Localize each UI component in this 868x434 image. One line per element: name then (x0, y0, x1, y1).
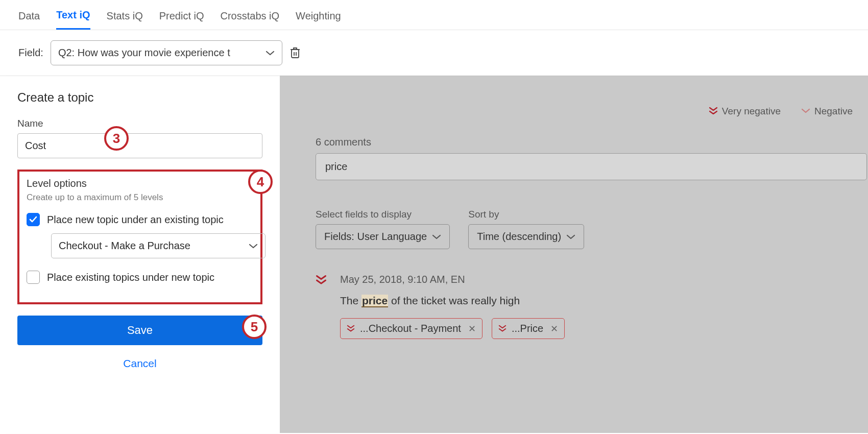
cancel-button[interactable]: Cancel (17, 357, 262, 370)
option1-label: Place new topic under an existing topic (47, 214, 224, 226)
field-select-value: Q2: How was your movie experience t (58, 47, 230, 59)
legend-very-negative: Very negative (709, 106, 781, 117)
double-chevron-down-icon (316, 275, 327, 286)
sentiment-legend: Very negative Negative (709, 106, 853, 117)
double-chevron-down-icon (709, 107, 718, 116)
checkbox-checked-icon[interactable] (27, 213, 40, 226)
sort-select[interactable]: Time (descending) (468, 224, 584, 249)
tab-predict-iq[interactable]: Predict iQ (159, 10, 204, 29)
sort-label: Sort by (468, 209, 584, 220)
legend-negative: Negative (801, 106, 853, 117)
svg-rect-0 (292, 50, 299, 58)
name-label: Name (17, 118, 262, 129)
callout-5: 5 (242, 315, 267, 339)
double-chevron-down-icon (347, 325, 355, 333)
parent-topic-select[interactable]: Checkout - Make a Purchase (51, 233, 266, 258)
close-icon[interactable]: ✕ (468, 323, 476, 334)
top-tabs: Data Text iQ Stats iQ Predict iQ Crossta… (0, 0, 868, 30)
comment-text: The price of the ticket was really high (340, 295, 565, 307)
save-button[interactable]: Save (17, 316, 262, 345)
panel-title: Create a topic (17, 90, 262, 105)
callout-3: 3 (104, 126, 129, 151)
comments-count: 6 comments (316, 136, 868, 148)
tab-crosstabs-iq[interactable]: Crosstabs iQ (221, 10, 280, 29)
tag-chip[interactable]: ...Checkout - Payment ✕ (340, 318, 483, 339)
fields-filter-label: Select fields to display (316, 209, 450, 220)
chevron-down-icon (432, 234, 441, 240)
field-label: Field: (18, 47, 43, 59)
tag-label: ...Price (512, 323, 543, 334)
sort-value: Time (descending) (477, 231, 561, 243)
name-input[interactable] (17, 133, 262, 158)
tag-chip[interactable]: ...Price ✕ (492, 318, 565, 339)
chevron-down-icon (266, 50, 275, 56)
field-select[interactable]: Q2: How was your movie experience t (51, 40, 282, 65)
tab-text-iq[interactable]: Text iQ (56, 9, 90, 30)
callout-4: 4 (248, 170, 273, 194)
level-options-box: 4 Level options Create up to a maximum o… (17, 170, 262, 304)
checkbox-unchecked-icon[interactable] (27, 271, 40, 284)
chevron-down-icon (249, 243, 258, 249)
field-row: Field: Q2: How was your movie experience… (0, 30, 868, 76)
comments-panel: Very negative Negative 6 comments Select… (280, 76, 868, 433)
fields-filter-value: Fields: User Language (324, 231, 427, 243)
option-place-under-existing[interactable]: Place new topic under an existing topic (27, 213, 253, 226)
fields-filter-select[interactable]: Fields: User Language (316, 224, 450, 249)
create-topic-panel: Create a topic Name 3 4 Level options Cr… (0, 76, 280, 433)
chevron-down-icon (566, 234, 575, 240)
level-options-heading: Level options (27, 178, 253, 189)
search-input[interactable] (316, 153, 867, 180)
chevron-down-icon (801, 108, 810, 115)
option2-label: Place existing topics under new topic (47, 272, 214, 283)
comment-meta: May 25, 2018, 9:10 AM, EN (340, 274, 565, 285)
tab-data[interactable]: Data (18, 10, 40, 29)
level-options-sub: Create up to a maximum of 5 levels (27, 192, 253, 203)
comment-item: May 25, 2018, 9:10 AM, EN The price of t… (316, 274, 868, 339)
trash-icon[interactable] (290, 46, 301, 60)
tag-label: ...Checkout - Payment (360, 323, 461, 334)
tab-stats-iq[interactable]: Stats iQ (107, 10, 143, 29)
close-icon[interactable]: ✕ (550, 323, 558, 334)
double-chevron-down-icon (498, 325, 507, 333)
highlighted-term: price (361, 295, 388, 307)
tag-row: ...Checkout - Payment ✕ ...Price ✕ (340, 318, 565, 339)
option-place-existing-under-new[interactable]: Place existing topics under new topic (27, 271, 253, 284)
tab-weighting[interactable]: Weighting (296, 10, 341, 29)
parent-topic-value: Checkout - Make a Purchase (59, 240, 190, 252)
